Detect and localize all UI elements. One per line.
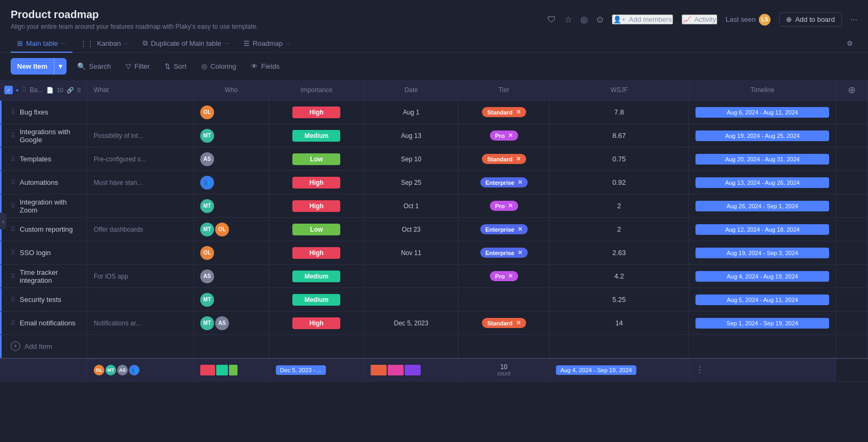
- tier-badge[interactable]: Pro✕: [490, 201, 518, 211]
- table-row[interactable]: ⠿ Email notifications Notifications ar..…: [0, 312, 868, 335]
- row-timeline-cell[interactable]: Aug 6, 2024 - Aug 11, 2024: [689, 101, 836, 124]
- timeline-bar[interactable]: Aug 20, 2024 - Aug 31, 2024: [695, 154, 829, 165]
- tab-main-table[interactable]: ⊞ Main table ···: [11, 35, 72, 53]
- th-checkbox[interactable]: ✓ ▾ ⠿ Ba... 📄 10 🔗 0: [0, 80, 87, 101]
- tier-badge[interactable]: Standard✕: [482, 318, 526, 328]
- drag-handle-icon[interactable]: ⠿: [11, 273, 15, 280]
- row-importance-cell[interactable]: Low: [269, 148, 364, 171]
- drag-handle-icon[interactable]: ⠿: [11, 320, 15, 327]
- timeline-bar[interactable]: Aug 19, 2024 - Sep 3, 2024: [695, 248, 829, 258]
- table-row[interactable]: ⠿ SSO login OL HighNov 11Enterprise✕2.63…: [0, 241, 868, 265]
- sort-action[interactable]: ⇅ Sort: [160, 60, 191, 72]
- row-tier-cell[interactable]: Pro✕: [458, 265, 550, 288]
- row-timeline-cell[interactable]: Aug 19, 2024 - Aug 25, 2024: [689, 124, 836, 148]
- tab-kanban[interactable]: ⋮⋮ Kanban ···: [73, 35, 135, 53]
- new-item-label[interactable]: New Item: [11, 58, 54, 75]
- tier-remove-icon[interactable]: ✕: [518, 179, 522, 186]
- row-importance-cell[interactable]: High: [269, 171, 364, 194]
- filter-action[interactable]: ▽ Filter: [121, 60, 154, 72]
- chevron-down-icon[interactable]: ▾: [16, 87, 19, 93]
- tier-remove-icon[interactable]: ✕: [508, 273, 513, 280]
- drag-handle-icon[interactable]: ⠿: [11, 132, 15, 140]
- row-importance-cell[interactable]: Medium: [269, 288, 364, 312]
- row-tier-cell[interactable]: Standard✕: [458, 101, 550, 124]
- camera-icon[interactable]: ⊙: [596, 14, 603, 24]
- tier-badge[interactable]: Enterprise✕: [480, 248, 528, 258]
- tier-remove-icon[interactable]: ✕: [516, 320, 521, 326]
- table-row[interactable]: ⠿ Time tracker integration For iOS app A…: [0, 265, 868, 288]
- tier-remove-icon[interactable]: ✕: [508, 202, 513, 209]
- settings-icon[interactable]: ⚙: [842, 35, 857, 52]
- timeline-bar[interactable]: Aug 12, 2024 - Aug 18, 2024: [695, 224, 829, 235]
- row-importance-cell[interactable]: High: [269, 194, 364, 218]
- footer-extra-cell[interactable]: ⋮: [689, 358, 836, 382]
- row-timeline-cell[interactable]: Aug 12, 2024 - Aug 18, 2024: [689, 218, 836, 241]
- importance-badge[interactable]: Low: [292, 153, 340, 165]
- drag-handle-icon[interactable]: ⠿: [11, 296, 15, 304]
- tab-duplicate-dots[interactable]: ···: [224, 40, 229, 46]
- row-timeline-cell[interactable]: Sep 1, 2024 - Sep 19, 2024: [689, 312, 836, 335]
- timeline-bar[interactable]: Aug 19, 2024 - Aug 25, 2024: [695, 130, 829, 141]
- importance-badge[interactable]: High: [292, 200, 340, 212]
- more-options-button[interactable]: ···: [850, 15, 857, 24]
- new-item-button[interactable]: New Item ▾: [11, 58, 67, 75]
- row-tier-cell[interactable]: Standard✕: [458, 148, 550, 171]
- table-row[interactable]: ⠿ Integration with Zoom MT HighOct 1Pro✕…: [0, 194, 868, 218]
- row-tier-cell[interactable]: Enterprise✕: [458, 241, 550, 265]
- row-importance-cell[interactable]: Medium: [269, 265, 364, 288]
- timeline-bar[interactable]: Aug 4, 2024 - Aug 19, 2024: [695, 271, 829, 282]
- drag-handle-icon[interactable]: ⠿: [11, 155, 15, 163]
- table-row[interactable]: ⠿ Templates Pre-configured s... AS LowSe…: [0, 148, 868, 171]
- table-row[interactable]: ⠿ Security tests MT Medium5.25Aug 5, 202…: [0, 288, 868, 312]
- row-timeline-cell[interactable]: Aug 20, 2024 - Aug 31, 2024: [689, 148, 836, 171]
- importance-badge[interactable]: Medium: [292, 294, 340, 306]
- row-importance-cell[interactable]: High: [269, 312, 364, 335]
- add-members-button[interactable]: 👤+ Add members: [612, 14, 673, 24]
- importance-badge[interactable]: High: [292, 317, 340, 329]
- timeline-bar[interactable]: Aug 13, 2024 - Aug 26, 2024: [695, 177, 829, 188]
- tier-badge[interactable]: Enterprise✕: [480, 177, 528, 187]
- tier-badge[interactable]: Pro✕: [490, 271, 518, 281]
- row-importance-cell[interactable]: Medium: [269, 124, 364, 148]
- info-icon[interactable]: ◎: [580, 14, 588, 24]
- row-importance-cell[interactable]: High: [269, 241, 364, 265]
- tier-remove-icon[interactable]: ✕: [516, 109, 521, 116]
- row-tier-cell[interactable]: Pro✕: [458, 124, 550, 148]
- th-add-column[interactable]: ⊕: [836, 80, 868, 101]
- tab-roadmap-dots[interactable]: ···: [286, 40, 291, 46]
- importance-badge[interactable]: High: [292, 177, 340, 189]
- importance-badge[interactable]: Medium: [292, 130, 340, 142]
- row-tier-cell[interactable]: Pro✕: [458, 194, 550, 218]
- shield-icon[interactable]: 🛡: [547, 15, 556, 24]
- star-icon[interactable]: ☆: [564, 14, 572, 24]
- tab-kanban-dots[interactable]: ···: [124, 40, 129, 46]
- drag-handle-icon[interactable]: ⠿: [11, 226, 15, 233]
- activity-button[interactable]: 📈 Activity: [682, 14, 717, 24]
- timeline-bar[interactable]: Sep 1, 2024 - Sep 19, 2024: [695, 318, 829, 329]
- row-timeline-cell[interactable]: Aug 4, 2024 - Aug 19, 2024: [689, 265, 836, 288]
- header-checkbox[interactable]: ✓: [4, 86, 13, 94]
- row-tier-cell[interactable]: Standard✕: [458, 312, 550, 335]
- importance-badge[interactable]: High: [292, 247, 340, 259]
- table-row[interactable]: ⠿ Integrations with Google Possibility o…: [0, 124, 868, 148]
- row-tier-cell[interactable]: Enterprise✕: [458, 218, 550, 241]
- sidebar-collapse-button[interactable]: ‹: [0, 213, 6, 230]
- tier-badge[interactable]: Pro✕: [490, 130, 518, 141]
- table-row[interactable]: ⠿ Bug fixes OL HighAug 1Standard✕7.8Aug …: [0, 101, 868, 124]
- add-item-row[interactable]: + Add Item: [0, 335, 868, 358]
- add-to-board-button[interactable]: ⊕ Add to board: [779, 12, 841, 27]
- coloring-action[interactable]: ◎ Coloring: [197, 60, 240, 72]
- tier-remove-icon[interactable]: ✕: [518, 226, 522, 233]
- fields-action[interactable]: 👁 Fields: [247, 60, 284, 72]
- row-timeline-cell[interactable]: Aug 26, 2024 - Sep 1, 2024: [689, 194, 836, 218]
- table-row[interactable]: ⠿ Automations Must have stan... 👥 HighSe…: [0, 171, 868, 194]
- footer-more-icon[interactable]: ⋮: [695, 365, 704, 374]
- add-column-button[interactable]: ⊕: [842, 84, 861, 96]
- row-tier-cell[interactable]: Enterprise✕: [458, 171, 550, 194]
- drag-handle-icon[interactable]: ⠿: [11, 249, 15, 257]
- timeline-bar[interactable]: Aug 6, 2024 - Aug 11, 2024: [695, 107, 829, 118]
- tier-badge[interactable]: Standard✕: [482, 154, 526, 164]
- new-item-dropdown-arrow[interactable]: ▾: [54, 58, 67, 75]
- tab-roadmap[interactable]: ☰ Roadmap ···: [237, 35, 298, 53]
- timeline-bar[interactable]: Aug 26, 2024 - Sep 1, 2024: [695, 201, 829, 211]
